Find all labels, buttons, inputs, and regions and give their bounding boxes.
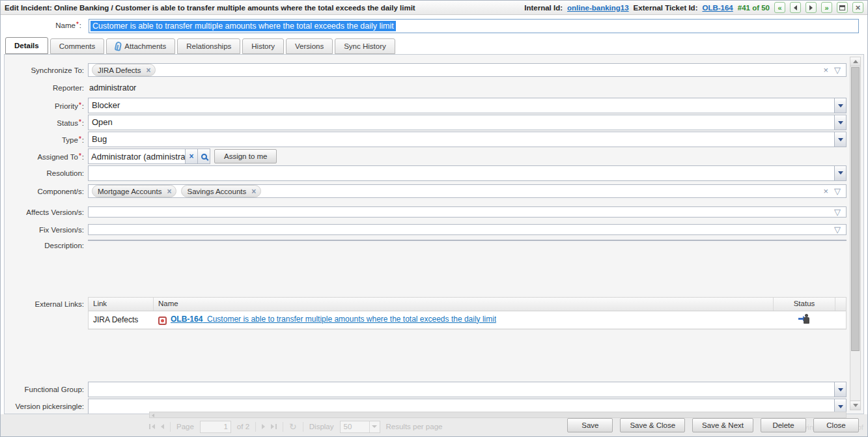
type-select[interactable]: Bug (88, 132, 847, 147)
synchronize-to-field[interactable]: JIRA Defects × × ▽ (88, 63, 847, 77)
page-number-input: 1 (200, 421, 231, 433)
search-icon (201, 154, 207, 160)
save-button[interactable]: Save (567, 418, 613, 432)
scrollbar-thumb[interactable] (851, 67, 860, 351)
picker-triangle-icon[interactable]: ▽ (834, 65, 841, 75)
resolution-dropdown-button[interactable] (834, 166, 846, 180)
tab-sync-history[interactable]: Sync History (335, 38, 395, 54)
record-position: #41 of 50 (738, 4, 770, 12)
scroll-up-icon (853, 60, 858, 63)
next-record-button[interactable] (805, 2, 817, 13)
footer: Page 1 of 2 ↻ Display 50 Results per pag… (1, 414, 867, 436)
name-label: Name*: (1, 21, 85, 29)
reporter-label: Reporter: (5, 84, 88, 92)
remove-tag-icon[interactable]: × (143, 66, 153, 75)
save-and-close-button[interactable]: Save & Close (620, 418, 685, 432)
description-textarea[interactable]: Project: Online Banking Package: Transfe… (88, 240, 847, 241)
name-input[interactable]: Customer is able to transfer multiple am… (89, 19, 859, 33)
synchronize-to-label: Synchronize To: (5, 66, 88, 74)
resolution-value (89, 166, 834, 180)
page-of-label: of 2 (237, 423, 249, 430)
scroll-down-button[interactable] (850, 401, 860, 410)
priority-value: Blocker (89, 98, 834, 113)
resolution-row: Resolution: (5, 165, 863, 180)
priority-select[interactable]: Blocker (88, 98, 847, 113)
fix-versions-row: Fix Version/s: ▽ (5, 221, 863, 238)
remove-tag-icon[interactable]: × (164, 187, 174, 196)
scroll-down-button[interactable] (836, 240, 845, 241)
column-header-link[interactable]: Link (89, 298, 154, 311)
column-header-name[interactable]: Name (154, 298, 774, 311)
assigned-to-search-button[interactable] (198, 148, 210, 164)
clear-field-icon[interactable]: × (823, 65, 828, 75)
link-type-cell: JIRA Defects (89, 315, 154, 324)
type-dropdown-button[interactable] (834, 132, 846, 147)
column-header-spacer (835, 298, 846, 311)
fix-versions-field[interactable]: ▽ (88, 224, 847, 235)
first-record-button[interactable]: « (774, 2, 785, 13)
internal-id-link[interactable]: online-banking13 (567, 4, 629, 12)
issue-link[interactable]: OLB-164 Customer is able to transfer mul… (171, 315, 496, 324)
chevron-down-icon (369, 421, 380, 432)
picker-triangle-icon[interactable]: ▽ (834, 186, 841, 196)
assigned-to-clear-button[interactable]: × (186, 148, 198, 164)
tab-history[interactable]: History (242, 38, 284, 54)
maximize-button[interactable] (837, 2, 848, 13)
close-button[interactable]: Close (813, 418, 859, 432)
tab-versions[interactable]: Versions (286, 38, 333, 54)
previous-record-button[interactable] (790, 2, 801, 13)
picker-triangle-icon[interactable]: ▽ (834, 207, 841, 217)
close-window-button[interactable]: × (852, 2, 863, 13)
bug-icon (158, 317, 167, 325)
component-tag-savings-accounts: Savings Accounts × (181, 185, 261, 197)
type-label: Type*: (5, 135, 88, 144)
resolution-select[interactable] (88, 165, 847, 181)
assigned-to-input[interactable]: Administrator (administrat (88, 148, 186, 164)
paperclip-icon (115, 41, 122, 51)
picker-triangle-icon[interactable]: ▽ (834, 225, 841, 234)
details-form: Synchronize To: JIRA Defects × × ▽ (5, 55, 863, 414)
fix-versions-label: Fix Version/s: (5, 226, 88, 234)
page-label: Page (176, 423, 194, 430)
delete-button[interactable]: Delete (761, 418, 806, 432)
affects-versions-field[interactable]: ▽ (88, 206, 847, 218)
components-row: Component/s: Mortgage Accounts × Savings… (5, 182, 863, 200)
last-record-button[interactable]: » (821, 2, 832, 13)
assign-to-me-button[interactable]: Assign to me (214, 149, 277, 163)
status-select[interactable]: Open (88, 115, 847, 130)
tab-relationships[interactable]: Relationships (177, 38, 240, 54)
resolution-label: Resolution: (5, 169, 88, 177)
affects-versions-row: Affects Version/s: ▽ (5, 204, 863, 220)
remove-tag-icon[interactable]: × (249, 187, 259, 196)
status-dropdown-button[interactable] (834, 115, 846, 130)
tab-details[interactable]: Details (5, 37, 48, 54)
form-scrollbar[interactable] (850, 57, 861, 410)
priority-dropdown-button[interactable] (834, 98, 846, 113)
components-field[interactable]: Mortgage Accounts × Savings Accounts × ×… (88, 184, 847, 198)
first-icon: « (777, 4, 781, 12)
table-header: Link Name Status (89, 298, 846, 311)
chevron-down-icon (838, 405, 843, 408)
name-row: Name*: Customer is able to transfer mult… (1, 15, 867, 37)
tab-comments[interactable]: Comments (50, 38, 105, 54)
clear-field-icon[interactable]: × (823, 186, 828, 196)
save-and-next-button[interactable]: Save & Next (692, 418, 753, 432)
action-buttons: Save Save & Close Save & Next Delete Clo… (567, 418, 859, 432)
functional-group-label: Functional Group: (5, 386, 88, 393)
functional-group-select[interactable] (88, 382, 847, 397)
page-first-icon (149, 424, 155, 429)
scroll-up-button[interactable] (850, 57, 860, 66)
display-label: Display (309, 423, 334, 430)
column-header-status[interactable]: Status (774, 298, 835, 311)
tab-attachments[interactable]: Attachments (106, 38, 175, 54)
tab-bar: Details Comments Attachments Relationshi… (5, 37, 863, 54)
sync-status-person-icon (798, 314, 811, 324)
issue-name-cell: OLB-164 Customer is able to transfer mul… (154, 315, 774, 326)
functional-group-dropdown-button[interactable] (834, 382, 846, 397)
scroll-down-icon (853, 404, 858, 407)
details-panel: Synchronize To: JIRA Defects × × ▽ (4, 54, 864, 414)
previous-icon (794, 5, 797, 10)
external-id-link[interactable]: OLB-164 (702, 4, 733, 12)
refresh-icon: ↻ (289, 421, 297, 432)
chevron-down-icon (838, 388, 843, 391)
